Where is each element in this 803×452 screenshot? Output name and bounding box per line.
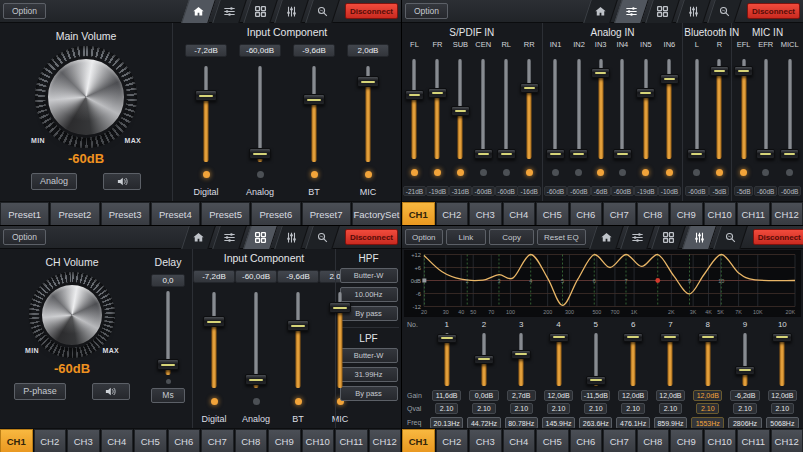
band-marker[interactable]: 5 [561,278,564,284]
fader-handle[interactable] [474,355,494,364]
channel-tab-ch12[interactable]: CH12 [369,429,402,452]
fader-handle[interactable] [549,333,569,342]
fader-handle[interactable] [780,149,799,159]
nav-tab-mixer[interactable] [620,226,654,249]
preset-tab-preset5[interactable]: Preset5 [201,202,250,225]
band-freq-button[interactable]: 263.6Hz [579,417,612,429]
channel-tab-ch6[interactable]: CH6 [570,202,603,225]
band-q-value[interactable]: 2.10 [547,403,570,414]
nav-tab-magnifier[interactable] [305,226,339,249]
delay-unit-button[interactable]: Ms [151,388,185,403]
fader-handle[interactable] [520,83,539,93]
band-gain-value[interactable]: 12,0dB [693,390,722,401]
nav-tab-magnifier[interactable] [713,226,747,249]
band-q-value[interactable]: 2.10 [659,403,682,414]
fader-handle[interactable] [591,68,610,78]
main-volume-knob[interactable]: MIN MAX [35,46,137,148]
preset-tab-preset4[interactable]: Preset4 [151,202,200,225]
channel-tab-ch4[interactable]: CH4 [503,202,536,225]
fader-handle[interactable] [451,106,470,116]
nav-tab-mixer[interactable] [614,0,648,23]
band-q-value[interactable]: 2.10 [472,403,495,414]
channel-tab-ch12[interactable]: CH12 [771,202,803,225]
fader-handle[interactable] [660,333,680,342]
knob-face[interactable] [45,56,127,138]
knob-face[interactable] [39,282,105,348]
preset-tab-preset6[interactable]: Preset6 [251,202,300,225]
channel-tab-ch8[interactable]: CH8 [235,429,268,452]
band-marker[interactable]: 2 [466,278,469,284]
fader-track[interactable] [481,59,485,159]
disconnect-button[interactable]: Disconnect [747,3,800,19]
preset-tab-factoryset[interactable]: FactorySet [352,202,401,225]
reset-eq-button[interactable]: Reset EQ [537,229,586,245]
band-gain-value[interactable]: -11,5dB [581,390,610,401]
nav-tab-mixer[interactable] [212,226,246,249]
fader-value[interactable]: 2,0dB [347,44,389,57]
fader-handle[interactable] [660,74,679,84]
channel-tab-ch5[interactable]: CH5 [134,429,167,452]
band-freq-button[interactable]: 2806Hz [728,417,761,429]
channel-tab-ch11[interactable]: CH11 [737,429,770,452]
channel-tab-ch3[interactable]: CH3 [67,429,100,452]
link-button[interactable]: Link [446,229,487,245]
fader-track[interactable] [577,59,581,159]
band-freq-button[interactable]: 20.13Hz [430,417,463,429]
nav-tab-faders[interactable] [682,226,716,249]
band-q-value[interactable]: 2.10 [696,403,719,414]
band-q-value[interactable]: 2.10 [510,403,533,414]
fader-track[interactable] [620,59,624,159]
band-marker[interactable]: 4 [529,278,532,284]
nav-tab-grid[interactable] [243,0,277,23]
fader-track[interactable] [553,59,557,159]
fader-handle[interactable] [203,316,225,327]
channel-tab-ch5[interactable]: CH5 [536,429,569,452]
fader-value[interactable]: -9,6dB [293,44,335,57]
fader-track[interactable] [504,59,508,159]
channel-tab-ch6[interactable]: CH6 [168,429,201,452]
channel-tab-ch7[interactable]: CH7 [603,202,636,225]
channel-tab-ch3[interactable]: CH3 [469,202,502,225]
fader-track[interactable] [788,59,792,159]
channel-tab-ch9[interactable]: CH9 [670,429,703,452]
copy-button[interactable]: Copy [489,229,534,245]
preset-tab-preset1[interactable]: Preset1 [0,202,49,225]
channel-tab-ch5[interactable]: CH5 [536,202,569,225]
band-q-value[interactable]: 2.10 [621,403,644,414]
option-button[interactable]: Option [405,3,448,19]
fader-handle[interactable] [195,90,217,101]
fader-handle[interactable] [287,320,309,331]
fader-handle[interactable] [497,149,516,159]
band-gain-value[interactable]: 11,6dB [432,390,461,401]
fader-track[interactable] [695,59,699,159]
channel-tab-ch4[interactable]: CH4 [101,429,134,452]
channel-tab-ch8[interactable]: CH8 [637,202,670,225]
fader-handle[interactable] [546,149,565,159]
channel-tab-ch7[interactable]: CH7 [201,429,234,452]
ch-volume-knob[interactable]: MIN MAX [29,272,115,358]
band-q-value[interactable]: 2.10 [771,403,794,414]
channel-tab-ch1[interactable]: CH1 [0,429,33,452]
fader-handle[interactable] [613,149,632,159]
channel-tab-ch11[interactable]: CH11 [335,429,368,452]
channel-tab-ch9[interactable]: CH9 [670,202,703,225]
mute-button[interactable] [103,173,141,190]
channel-tab-ch10[interactable]: CH10 [704,202,737,225]
nav-tab-faders[interactable] [274,0,308,23]
band-freq-button[interactable]: 859.9Hz [654,417,687,429]
preset-tab-preset7[interactable]: Preset7 [302,202,351,225]
preset-tab-preset3[interactable]: Preset3 [101,202,150,225]
fader-handle[interactable] [698,333,718,342]
disconnect-button[interactable]: Disconnect [753,229,803,245]
fader-value[interactable]: -60,0dB [235,270,277,283]
fader-handle[interactable] [586,376,606,385]
phase-button[interactable]: P-phase [14,383,66,400]
nav-tab-grid[interactable] [243,226,277,249]
fader-value[interactable]: -60,0dB [239,44,281,57]
fader-handle[interactable] [437,334,457,343]
channel-tab-ch2[interactable]: CH2 [436,202,469,225]
fader-handle[interactable] [756,149,775,159]
channel-tab-ch1[interactable]: CH1 [402,202,435,225]
option-button[interactable]: Option [405,229,443,245]
preset-tab-preset2[interactable]: Preset2 [50,202,99,225]
